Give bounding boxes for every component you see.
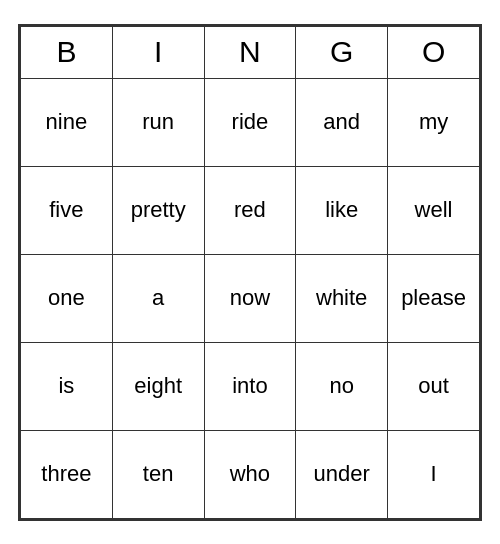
- list-item: and: [296, 78, 388, 166]
- header-row: B I N G O: [21, 26, 480, 78]
- header-b: B: [21, 26, 113, 78]
- list-item: nine: [21, 78, 113, 166]
- list-item: who: [204, 430, 296, 518]
- table-row: ninerunrideandmy: [21, 78, 480, 166]
- list-item: please: [388, 254, 480, 342]
- list-item: into: [204, 342, 296, 430]
- table-row: threetenwhounderI: [21, 430, 480, 518]
- header-g: G: [296, 26, 388, 78]
- bingo-card: B I N G O ninerunrideandmyfiveprettyredl…: [18, 24, 482, 521]
- list-item: now: [204, 254, 296, 342]
- list-item: white: [296, 254, 388, 342]
- list-item: out: [388, 342, 480, 430]
- list-item: ten: [112, 430, 204, 518]
- table-row: iseightintonoout: [21, 342, 480, 430]
- list-item: pretty: [112, 166, 204, 254]
- list-item: no: [296, 342, 388, 430]
- list-item: under: [296, 430, 388, 518]
- list-item: five: [21, 166, 113, 254]
- bingo-table: B I N G O ninerunrideandmyfiveprettyredl…: [20, 26, 480, 519]
- header-o: O: [388, 26, 480, 78]
- table-row: fiveprettyredlikewell: [21, 166, 480, 254]
- list-item: eight: [112, 342, 204, 430]
- list-item: well: [388, 166, 480, 254]
- list-item: a: [112, 254, 204, 342]
- list-item: ride: [204, 78, 296, 166]
- list-item: like: [296, 166, 388, 254]
- list-item: one: [21, 254, 113, 342]
- table-row: oneanowwhiteplease: [21, 254, 480, 342]
- list-item: red: [204, 166, 296, 254]
- header-n: N: [204, 26, 296, 78]
- list-item: run: [112, 78, 204, 166]
- list-item: my: [388, 78, 480, 166]
- list-item: I: [388, 430, 480, 518]
- header-i: I: [112, 26, 204, 78]
- list-item: is: [21, 342, 113, 430]
- list-item: three: [21, 430, 113, 518]
